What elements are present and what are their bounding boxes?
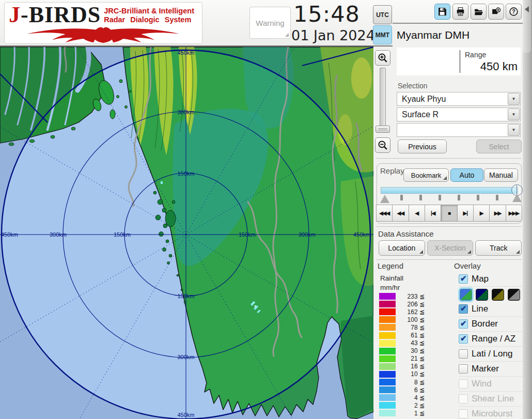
- legend-threshold: 21 ≦: [396, 355, 425, 362]
- checkbox[interactable]: ✔: [459, 394, 468, 404]
- legend-swatch: [379, 363, 396, 370]
- slider-tick: [400, 195, 403, 200]
- assistance-button[interactable]: Track: [475, 240, 522, 256]
- playback-button[interactable]: ◀◀◀: [376, 205, 393, 222]
- checkbox[interactable]: ✔: [459, 379, 468, 389]
- swatch-half: [492, 289, 504, 300]
- legend-swatch: [379, 308, 396, 315]
- overlay-item-label: Map: [472, 274, 489, 284]
- legend-swatch: [379, 379, 396, 385]
- open-folder-icon: [474, 7, 483, 17]
- overlay-item[interactable]: ✔ Marker: [459, 362, 523, 377]
- open-file-button[interactable]: [471, 4, 487, 20]
- zoom-in-button[interactable]: [375, 50, 390, 66]
- playback-button[interactable]: ◀: [409, 205, 425, 222]
- data-assistance-buttons: Location X-Section Track: [379, 240, 522, 256]
- overlay-item[interactable]: ✔ Map: [459, 272, 523, 287]
- add-image-button[interactable]: [488, 4, 504, 20]
- playback-button[interactable]: ▶: [473, 205, 490, 222]
- divider: [460, 50, 460, 73]
- site-combo-value: Kyauk Phyu: [402, 95, 446, 104]
- checkbox[interactable]: ✔: [459, 364, 468, 374]
- playback-button[interactable]: ▶|: [457, 205, 474, 222]
- playback-button[interactable]: ◀◀: [392, 205, 409, 222]
- manual-button[interactable]: Manual: [484, 168, 518, 182]
- auto-button[interactable]: Auto: [450, 168, 483, 182]
- replay-slider-track[interactable]: [381, 187, 518, 194]
- slider-end-marker[interactable]: [512, 194, 522, 202]
- playback-button[interactable]: |◀: [425, 205, 441, 222]
- checkbox[interactable]: ✔: [459, 319, 468, 329]
- assistance-button[interactable]: Location: [379, 240, 425, 256]
- legend-swatch: [379, 410, 396, 416]
- print-button[interactable]: [452, 4, 468, 20]
- corner-triangle-icon: [516, 250, 520, 254]
- panel-collapse-strip[interactable]: [523, 0, 532, 419]
- legend-swatch: [379, 355, 396, 362]
- legend-threshold: 16 ≦: [396, 363, 425, 370]
- slider-tick: [458, 195, 460, 200]
- overlay-item[interactable]: ✔ Line: [459, 302, 523, 317]
- legend-swatch: [379, 348, 396, 354]
- checkbox[interactable]: ✔: [459, 409, 468, 418]
- collapse-tab[interactable]: [523, 0, 531, 53]
- checkbox[interactable]: ✔: [459, 304, 468, 314]
- playback-button[interactable]: ▶▶: [489, 205, 506, 222]
- legend-row: 30 ≦: [379, 347, 427, 355]
- radar-map[interactable]: 450km 300km 150km 150km 300km 450km 450k…: [0, 46, 373, 419]
- range-ring-label: 150km: [177, 170, 194, 177]
- corner-triangle-icon: [467, 250, 471, 254]
- legend-swatch: [379, 316, 396, 323]
- map-style-swatch[interactable]: [460, 289, 472, 301]
- overlay-item[interactable]: ✔ Wind: [459, 377, 523, 392]
- chevron-down-icon[interactable]: ▼: [508, 124, 520, 136]
- product-combo[interactable]: Surface R ▼: [397, 107, 521, 121]
- add-image-icon: [491, 7, 501, 17]
- assistance-label: Location: [388, 244, 415, 252]
- assistance-button[interactable]: X-Section: [427, 240, 474, 256]
- zoom-slider-track[interactable]: [380, 68, 386, 133]
- previous-button[interactable]: Previous: [398, 139, 447, 153]
- utc-button[interactable]: UTC: [373, 5, 392, 24]
- map-style-swatch[interactable]: [508, 289, 520, 301]
- save-icon: [437, 7, 447, 17]
- zoom-out-button[interactable]: [375, 137, 390, 153]
- legend-threshold: 100 ≦: [396, 316, 425, 323]
- warning-button[interactable]: Warning: [249, 7, 291, 39]
- overlay-item[interactable]: ✔ Border: [459, 317, 523, 332]
- overlay-map-row: ✔ Map: [459, 272, 523, 287]
- checkbox[interactable]: ✔: [459, 334, 468, 344]
- checkbox[interactable]: ✔: [459, 349, 468, 359]
- legend-threshold: 30 ≦: [396, 347, 425, 354]
- assistance-label: X-Section: [434, 244, 466, 252]
- playback-button[interactable]: ▶▶▶: [506, 205, 522, 222]
- option-combo[interactable]: ▼: [397, 123, 521, 137]
- legend-threshold: 10 ≦: [396, 370, 425, 378]
- overlay-item[interactable]: ✔ Shear Line: [459, 392, 523, 407]
- legend-row: 21 ≦: [379, 355, 427, 363]
- checkbox[interactable]: ✔: [459, 274, 468, 284]
- collapse-arrow-icon: [525, 6, 529, 12]
- map-style-swatch[interactable]: [476, 289, 488, 301]
- overlay-item[interactable]: ✔ Lati / Long: [459, 347, 523, 362]
- range-label: Range: [465, 51, 486, 59]
- zoom-slider-thumb[interactable]: [375, 126, 390, 133]
- overlay-item[interactable]: ✔ Range / AZ: [459, 332, 523, 347]
- zoom-out-icon: [378, 140, 388, 150]
- slider-start-marker[interactable]: [380, 195, 389, 203]
- playback-button[interactable]: ■: [441, 205, 457, 222]
- chevron-down-icon[interactable]: ▼: [508, 93, 520, 105]
- mmt-button[interactable]: MMT: [373, 25, 392, 44]
- legend-threshold: 43 ≦: [396, 339, 425, 347]
- bookmark-button[interactable]: Bookmark: [403, 168, 449, 182]
- chevron-down-icon[interactable]: ▼: [508, 108, 520, 120]
- bookmark-label: Bookmark: [411, 172, 442, 179]
- help-button[interactable]: ?: [506, 4, 522, 20]
- legend-threshold: 61 ≦: [396, 332, 425, 339]
- overlay-item[interactable]: ✔ Microburst: [459, 407, 523, 419]
- select-button[interactable]: Select: [476, 139, 522, 153]
- save-button[interactable]: [434, 4, 450, 20]
- site-combo[interactable]: Kyauk Phyu ▼: [397, 92, 521, 106]
- map-style-swatch[interactable]: [492, 289, 504, 301]
- eagle-icon: [7, 26, 200, 43]
